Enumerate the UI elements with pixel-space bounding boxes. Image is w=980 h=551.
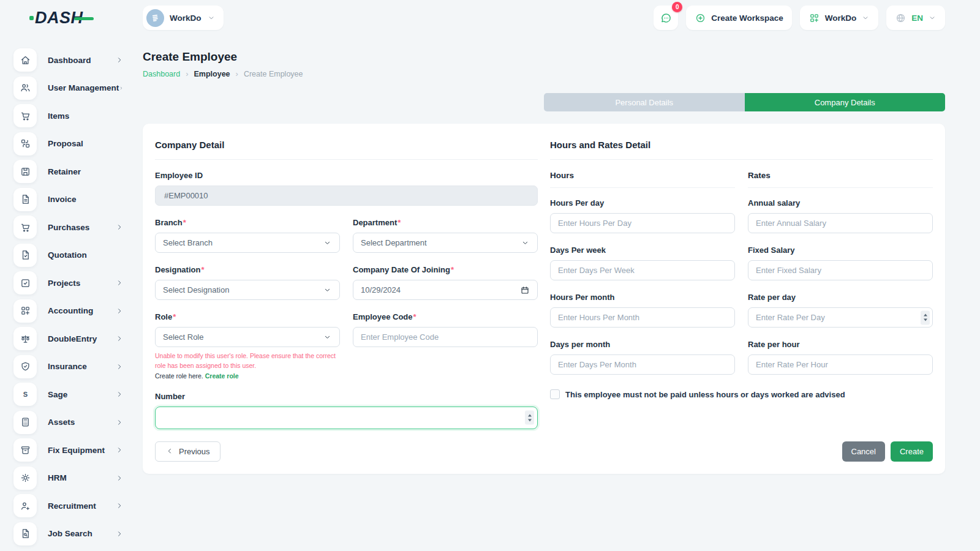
number-input[interactable] [155,407,538,429]
divider [155,159,538,160]
chevron-right-icon [115,362,124,371]
tab-personal-details[interactable]: Personal Details [544,93,745,111]
chevron-down-icon [323,238,332,247]
fixed-salary-input[interactable] [748,260,933,280]
create-workspace-button[interactable]: Create Workspace [686,6,792,30]
tab-company-details[interactable]: Company Details [745,93,946,111]
language-label: EN [911,13,923,23]
department-field: Department* Select Department [353,218,538,253]
breadcrumb-dashboard-link[interactable]: Dashboard [143,70,180,78]
hours-per-day-input[interactable] [550,213,735,233]
hours-rates-heading: Hours and Rates Detail [550,140,933,150]
days-per-month-field: Days per month [550,340,735,375]
date-of-joining-input[interactable]: 10/29/2024 [353,280,538,300]
sidebar-item-label: Accounting [48,306,93,315]
branch-select[interactable]: Select Branch [155,233,340,253]
hours-rates-section: Hours and Rates Detail Hours Hours Per d… [550,136,933,462]
sidebar-item-purchases[interactable]: Purchases [13,216,124,239]
sage-icon: S [13,383,37,406]
sidebar-item-label: Quotation [48,250,87,260]
breadcrumb: Dashboard › Employee › Create Employee [143,69,945,78]
role-error-text: Unable to modify this user's role. Pleas… [155,351,340,371]
sidebar-item-sage[interactable]: S Sage [13,383,124,406]
previous-button-label: Previous [179,447,210,456]
file-check-icon [13,244,37,267]
sidebar-item-projects[interactable]: Projects [13,271,124,294]
designation-select-value: Select Designation [163,285,229,294]
sidebar-item-label: Assets [48,418,75,427]
create-button[interactable]: Create [891,441,933,462]
department-label: Department [353,218,397,227]
sidebar-item-doubleentry[interactable]: DoubleEntry [13,327,124,350]
chevron-right-icon [115,501,124,510]
rate-per-day-input[interactable] [748,307,933,328]
field-label: Rate per hour [748,340,933,349]
sidebar-item-recruitment[interactable]: Recruitment [13,494,124,517]
sidebar-item-fix-equipment[interactable]: Fix Equipment [13,438,124,462]
chevron-down-icon [323,332,332,342]
unpaid-checkbox-label: This employee must not be paid unless ho… [565,390,845,399]
main-content: Create Employee Dashboard › Employee › C… [143,36,945,474]
role-select[interactable]: Select Role [155,327,340,347]
language-selector[interactable]: EN [886,6,945,30]
sidebar-item-user-management[interactable]: User Management [13,77,124,100]
grid-plus-icon [13,299,37,323]
device-floppy-icon [13,160,37,183]
sidebar-item-job-search[interactable]: Job Search [13,522,124,545]
logo-bar [74,17,94,20]
sidebar-item-dashboard[interactable]: Dashboard [13,48,124,72]
branch-field: Branch* Select Branch [155,218,340,253]
designation-select[interactable]: Select Designation [155,280,340,300]
header-actions: 0 Create Workspace WorkDo EN [654,6,945,30]
plus-circle-icon [695,12,706,24]
create-role-link[interactable]: Create role [205,372,239,380]
rate-per-hour-input[interactable] [748,354,933,375]
employee-code-input[interactable] [353,327,538,347]
sidebar-item-label: Insurance [48,362,87,371]
cart-icon [13,104,37,127]
apps-grid-icon [809,12,820,24]
cancel-button[interactable]: Cancel [842,441,885,462]
employee-id-input: #EMP00010 [155,186,538,206]
number-spinner[interactable] [525,411,534,425]
annual-salary-input[interactable] [748,213,933,233]
number-spinner[interactable] [921,310,930,324]
date-of-joining-label: Company Date Of Joining [353,265,450,274]
sidebar-item-proposal[interactable]: Proposal [13,132,124,156]
messages-button[interactable]: 0 [654,6,678,30]
sidebar-item-quotation[interactable]: Quotation [13,244,124,267]
sidebar-item-assets[interactable]: Assets [13,411,124,434]
department-select[interactable]: Select Department [353,233,538,253]
sidebar-item-insurance[interactable]: Insurance [13,355,124,378]
chevron-down-icon [323,285,332,294]
department-select-value: Select Department [361,238,427,247]
sidebar-item-label: Proposal [48,139,83,148]
hours-per-day-field: Hours Per day [550,198,735,233]
sidebar-item-invoice[interactable]: Invoice [13,188,124,211]
rates-subheading: Rates [748,171,933,188]
form-actions: Cancel Create [550,441,933,462]
unpaid-checkbox[interactable] [550,389,560,399]
sidebar-item-items[interactable]: Items [13,104,124,127]
previous-button[interactable]: Previous [155,441,221,462]
required-asterisk: * [183,218,186,227]
workspace-name: WorkDo [170,13,202,23]
sidebar-item-hrm[interactable]: HRM [13,467,124,490]
apps-menu-button[interactable]: WorkDo [800,6,879,30]
breadcrumb-employee-link[interactable]: Employee [194,70,230,78]
sidebar-item-label: Retainer [48,167,81,176]
hours-per-month-input[interactable] [550,307,735,328]
workspace-switcher[interactable]: WorkDo [143,6,224,30]
sidebar-item-retainer[interactable]: Retainer [13,160,124,183]
rates-column: Rates Annual salary Fixed Salary Rate pe… [748,171,933,387]
role-select-value: Select Role [163,332,203,342]
field-label: Annual salary [748,198,933,208]
sidebar-item-label: Items [48,111,69,121]
date-of-joining-field: Company Date Of Joining* 10/29/2024 [353,265,538,300]
designation-field: Designation* Select Designation [155,265,340,300]
days-per-week-input[interactable] [550,260,735,280]
sidebar-item-accounting[interactable]: Accounting [13,299,124,323]
users-icon [13,77,37,100]
days-per-month-input[interactable] [550,354,735,375]
sidebar-item-label: HRM [48,473,67,482]
